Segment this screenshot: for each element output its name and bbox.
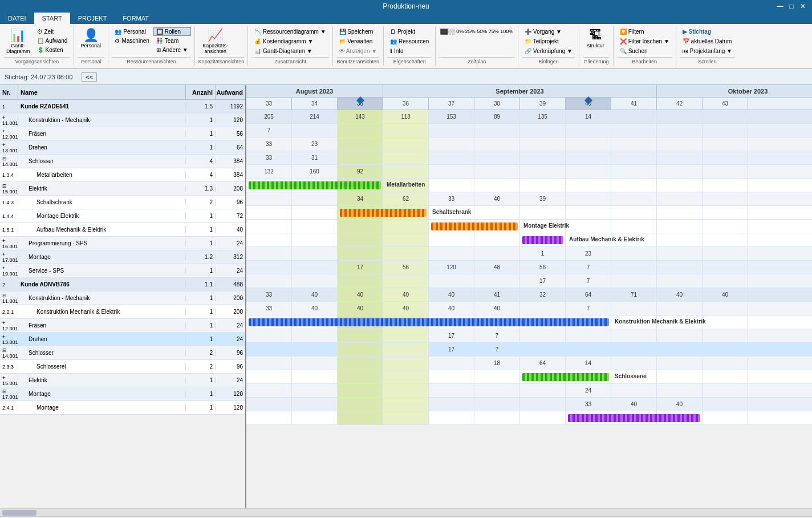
info-button[interactable]: ℹ Info — [387, 47, 406, 55]
gantt-cell-37 — [429, 124, 474, 137]
kapazitaet-button[interactable]: 📈 Kapazitäts-ansichten — [198, 27, 233, 56]
cell-aufwand: 488 — [216, 281, 245, 288]
group-benutzer: 💾 Speichern 📂 Verwalten 👁 Anzeigen ▼ Ben… — [333, 26, 384, 66]
week-cell-41: 41 — [611, 98, 657, 110]
tab-datei[interactable]: DATEI — [0, 13, 34, 24]
table-row[interactable]: 1.4.4Montage Elektrik172 — [0, 209, 245, 223]
table-row[interactable]: 1.5.1Aufbau Mechanik & Elektrik140 — [0, 223, 245, 237]
personal-res-button[interactable]: 👥 Personal — [112, 27, 152, 36]
verknuepfung-button[interactable]: 🔗 Verknüpfung ▼ — [522, 47, 575, 55]
ressourcen-eig-button[interactable]: 👥 Ressourcen — [387, 37, 432, 46]
projektanfang-button[interactable]: ⏮ Projektanfang ▼ — [680, 47, 735, 55]
table-row[interactable]: + 19.001Service - SPS124 — [0, 264, 245, 278]
filtern-button[interactable]: 🔽 Filtern — [617, 27, 647, 36]
suchen-button[interactable]: 🔍 Suchen — [617, 47, 651, 55]
table-row[interactable]: + 12.001Fräsen124 — [0, 319, 245, 333]
soll-ist-button[interactable]: ⏱ Zeit — [34, 27, 71, 36]
team-icon: 👫 — [156, 38, 163, 44]
gantt-cell-43 — [703, 261, 748, 274]
cell-nr: 1.3.4 — [0, 172, 18, 178]
minimize-button[interactable]: — — [776, 2, 785, 11]
gantt-cell-43 — [703, 137, 748, 151]
kosten-button[interactable]: 💲 Kosten — [34, 46, 71, 54]
aktuelles-datum-button[interactable]: 📅 aktuelles Datum — [680, 37, 734, 46]
gantt-cell-42 — [657, 370, 703, 383]
progress-labels: 0% 25% 50% 75% 100% — [456, 29, 513, 34]
andere-button[interactable]: ⊞ Andere ▼ — [153, 46, 191, 54]
speichern-button[interactable]: 💾 Speichern — [336, 27, 376, 36]
table-row[interactable]: 1Kunde RZADE5411.51192 — [0, 100, 245, 114]
vorgang-button[interactable]: ➕ Vorgang ▼ — [522, 27, 565, 36]
table-row[interactable]: 2.4.1Montage1120 — [0, 401, 245, 415]
month-cell-2: Oktober 2023 — [657, 85, 812, 97]
table-row[interactable]: 1.4.3Schaltschrank296 — [0, 196, 245, 209]
table-row[interactable]: 1.3.4Metallarbeiten4384 — [0, 168, 245, 182]
maschinen-button[interactable]: ⚙ Maschinen — [112, 37, 152, 45]
gantt-cell-41 — [611, 179, 657, 192]
window-title: Produktion-neu — [383, 2, 429, 10]
table-row[interactable]: + 17.001Montage1.2312 — [0, 250, 245, 264]
gantt-cell-41 — [611, 274, 657, 288]
table-row[interactable]: + 12.001Fräsen156 — [0, 127, 245, 141]
personal-button[interactable]: 👤 Personal — [78, 27, 104, 50]
aufwand-button[interactable]: 📋 Aufwand — [34, 37, 71, 45]
table-row[interactable]: + 15.001Elektrik124 — [0, 374, 245, 387]
maximize-button[interactable]: □ — [787, 2, 796, 11]
table-row[interactable]: 2.3.3Schlosserei296 — [0, 360, 245, 374]
table-row[interactable]: ⊟ 11.001Konstruktion - Mechanik1200 — [0, 292, 245, 305]
gantt-bar-purple — [568, 414, 700, 422]
gantt-cell-33 — [246, 357, 292, 370]
cell-aufwand: 64 — [216, 144, 245, 151]
table-row[interactable]: + 11.001Konstruktion - Mechanik1120 — [0, 114, 245, 127]
cell-aufwand: 208 — [216, 185, 245, 192]
res-small2: 🔲 Rollen 👫 Team ⊞ Andere ▼ — [153, 27, 191, 54]
gantt-cell-36 — [383, 124, 429, 137]
gantt-cell-36 — [383, 151, 429, 164]
cell-name: Elektrik — [18, 377, 186, 383]
struktur-button[interactable]: 🏗 Struktur — [583, 27, 608, 50]
tab-format[interactable]: FORMAT — [115, 13, 157, 24]
gantt-cell-36 — [383, 343, 429, 356]
ribbon-body: 📊 Gantt-Diagramm ⏱ Zeit 📋 Aufwand 💲 Kost… — [0, 24, 812, 68]
team-button[interactable]: 👫 Team — [153, 37, 191, 45]
table-row[interactable]: 2.2.1Konstruktion Mechanik & Elektrik120… — [0, 305, 245, 319]
struktur-label: Struktur — [586, 43, 604, 48]
table-row[interactable]: + 16.001Programmierung - SPS124 — [0, 237, 245, 250]
gantt-cell-37: 120 — [429, 261, 474, 274]
kostendiagramm-button[interactable]: 💰 Kostendiagramm ▼ — [251, 37, 316, 46]
table-row[interactable]: ⊟ 15.001Elektrik1.3208 — [0, 182, 245, 196]
tab-start[interactable]: START — [34, 13, 70, 24]
cell-anzahl: 4 — [186, 172, 216, 178]
cell-anzahl: 1 — [186, 268, 216, 274]
stichtag-scroll-button[interactable]: ▶ Stichtag — [680, 27, 714, 36]
scrollbar-thumb[interactable] — [2, 510, 36, 516]
gantt-cell-41 — [611, 165, 657, 178]
gantt-diagramm-button[interactable]: 📊 Gantt-Diagramm — [3, 27, 33, 56]
nav-back-button[interactable]: << — [82, 72, 97, 82]
verwalten-button[interactable]: 📂 Verwalten — [336, 37, 376, 46]
rollen-button[interactable]: 🔲 Rollen — [153, 27, 191, 36]
gantt-cell-41 — [611, 124, 657, 137]
tab-projekt[interactable]: PROJEKT — [70, 13, 115, 24]
table-row[interactable]: + 13.001Drehen124 — [0, 333, 245, 346]
teilprojekt-button[interactable]: 📁 Teilprojekt — [522, 37, 562, 46]
close-button[interactable]: ✕ — [798, 2, 807, 11]
table-row[interactable]: + 13.001Drehen164 — [0, 141, 245, 155]
gantt-cell-38: 48 — [474, 261, 520, 274]
filter-loeschen-button[interactable]: ❌ Filter löschen ▼ — [617, 37, 672, 46]
ressourcendiagramm-button[interactable]: 📉 Ressourcendiagramm ▼ — [251, 27, 328, 36]
projekt-eig-button[interactable]: 🗒 Projekt — [387, 27, 418, 36]
horizontal-scrollbar[interactable] — [0, 508, 812, 516]
table-row[interactable]: 2Kunde ADNVB7861.1488 — [0, 278, 245, 292]
gantt-cell-38 — [474, 206, 520, 219]
gantt-cell-42 — [657, 110, 703, 123]
table-row[interactable]: ⊟ 14.001Schlosser296 — [0, 346, 245, 360]
gantt-cell-42 — [657, 247, 703, 260]
gantt-cell-33 — [246, 206, 292, 219]
anzeigen-button[interactable]: 👁 Anzeigen ▼ — [336, 47, 380, 55]
table-row[interactable]: ⊟ 14.001Schlosser4384 — [0, 155, 245, 168]
gantt-diagramm2-button[interactable]: 📊 Gantt-Diagramm ▼ — [251, 47, 315, 55]
table-row[interactable]: ⊟ 17.001Montage1120 — [0, 387, 245, 401]
gantt-cell-43 — [703, 315, 748, 329]
cell-aufwand: 384 — [216, 158, 245, 164]
